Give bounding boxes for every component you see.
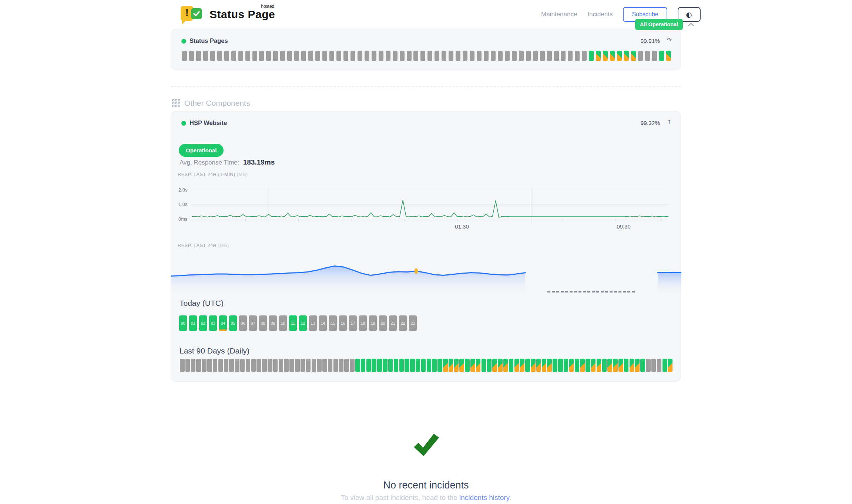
- overall-status: All Operational: [635, 19, 695, 30]
- uptime-cell-green: [487, 359, 492, 372]
- uptime-cell-green: [640, 359, 645, 372]
- component-row[interactable]: Status Pages 99.91% ↷: [171, 29, 681, 48]
- app-title: Status Page: [209, 8, 275, 20]
- uptime-cell-gray: [189, 51, 194, 61]
- big-check-icon: [411, 432, 441, 460]
- uptime-cell-gray: [191, 359, 196, 372]
- uptime-cell-green: [659, 51, 664, 61]
- uptime-cell-green: [589, 51, 594, 61]
- app-title-superscript: hosted: [261, 4, 274, 9]
- uptime-cell-gray: [526, 51, 531, 61]
- avg-response-label: Avg. Response Time:: [180, 159, 239, 166]
- uptime-cell-gray: [259, 51, 264, 61]
- section-divider: [171, 87, 681, 87]
- hour-block-20: 20: [379, 315, 387, 331]
- uptime-percent: 99.91%: [640, 38, 660, 44]
- uptime-cell-gray: [180, 359, 185, 372]
- uptime-cell-gray: [435, 51, 439, 61]
- uptime-cell-gray: [268, 359, 272, 372]
- uptime-cell-gray: [470, 51, 474, 61]
- uptime-cell-gray: [505, 51, 510, 61]
- uptime-cell-gray: [449, 51, 453, 61]
- incidents-history-link[interactable]: incidents history: [459, 494, 509, 501]
- uptime-cell-gray: [289, 359, 294, 372]
- no-data-dashed-line: [547, 291, 635, 292]
- uptime-cell-green: [575, 359, 580, 372]
- uptime-cell-green: [366, 359, 371, 372]
- uptime-cell-gray: [407, 51, 412, 61]
- nav-maintenance[interactable]: Maintenance: [541, 11, 577, 18]
- hour-block-06: 06: [239, 315, 247, 331]
- uptime-cell-gray: [246, 359, 251, 372]
- uptime-cell-green: [377, 359, 382, 372]
- avg-response-row: Avg. Response Time: 183.19ms: [180, 158, 275, 166]
- uptime-cell-green: [383, 359, 388, 372]
- y-tick-0ms: 0ms: [178, 216, 190, 222]
- uptime-cell-green: [437, 359, 442, 372]
- hour-block-05: 05: [229, 315, 237, 331]
- uptime-cell-gray: [279, 359, 284, 372]
- operational-status-pill: Operational: [179, 144, 224, 157]
- hour-block-16: 16: [339, 315, 347, 331]
- chevron-up-icon[interactable]: [687, 22, 695, 27]
- uptime-cell-gray: [266, 51, 271, 61]
- uptime-cell-gray: [322, 359, 327, 372]
- uptime-cell-split: [597, 359, 601, 372]
- uptime-cell-gray: [308, 51, 313, 61]
- uptime-cell-gray: [273, 359, 278, 372]
- uptime-cell-gray: [519, 51, 524, 61]
- uptime-cell-split: [591, 359, 596, 372]
- uptime-cell-green: [465, 359, 470, 372]
- uptime-cell-split: [617, 51, 622, 61]
- uptime-cell-split: [454, 359, 459, 372]
- uptime-cell-green: [509, 359, 514, 372]
- trend-curl-icon[interactable]: ↷: [667, 37, 672, 44]
- uptime-cell-gray: [427, 51, 432, 61]
- uptime-cell-gray: [491, 51, 496, 61]
- uptime-cell-gray: [295, 359, 300, 372]
- highlight-dot: [415, 268, 418, 274]
- status-dot: [181, 121, 186, 126]
- uptime-cell-green: [394, 359, 399, 372]
- uptime-cell-gray: [638, 51, 643, 61]
- uptime-cell-green: [525, 359, 530, 372]
- today-heading: Today (UTC): [180, 299, 224, 308]
- uptime-cell-green: [427, 359, 432, 372]
- uptime-cell-gray: [350, 51, 355, 61]
- hour-block-11: 11: [289, 315, 297, 331]
- hour-block-03: 03: [209, 315, 217, 331]
- uptime-cell-split: [630, 359, 634, 372]
- uptime-cell-gray: [372, 51, 376, 61]
- component-row[interactable]: HSP Website 99.32% ↑: [171, 111, 681, 131]
- api-component-card: Status Pages 99.91% ↷: [171, 29, 681, 70]
- all-operational-badge[interactable]: All Operational: [635, 19, 683, 30]
- today-hour-blocks: 0001020304050607080910111213141516171819…: [179, 315, 417, 331]
- uptime-cell-green: [602, 359, 607, 372]
- uptime-cell-split: [492, 359, 497, 372]
- uptime-cell-green: [361, 359, 366, 372]
- nav-incidents[interactable]: Incidents: [587, 11, 613, 18]
- uptime-cell-gray: [256, 359, 261, 372]
- uptime-cell-gray: [235, 359, 239, 372]
- uptime-cell-split: [520, 359, 524, 372]
- uptime-cell-gray: [287, 51, 292, 61]
- uptime-cell-split: [547, 359, 552, 372]
- half-moon-icon: ◐: [686, 10, 692, 18]
- uptime-cell-green: [553, 359, 557, 372]
- uptime-cell-split: [443, 359, 448, 372]
- uptime-cell-split: [503, 359, 508, 372]
- uptime-cell-split: [596, 51, 601, 61]
- hour-block-17: 17: [349, 315, 357, 331]
- uptime-cell-gray: [512, 51, 517, 61]
- status-page-logo-icon: !: [181, 5, 204, 24]
- uptime-cell-gray: [202, 359, 207, 372]
- uptime-cell-gray: [240, 359, 245, 372]
- hour-block-22: 22: [399, 315, 407, 331]
- hour-block-04: 04: [219, 315, 227, 331]
- hour-block-09: 09: [269, 315, 277, 331]
- uptime-cell-gray: [575, 51, 580, 61]
- uptime-cell-gray: [262, 359, 267, 372]
- hsp-website-card: HSP Website 99.32% ↑ Operational Avg. Re…: [171, 111, 681, 382]
- uptime-cell-split: [631, 51, 636, 61]
- response-time-area-chart: [171, 256, 681, 294]
